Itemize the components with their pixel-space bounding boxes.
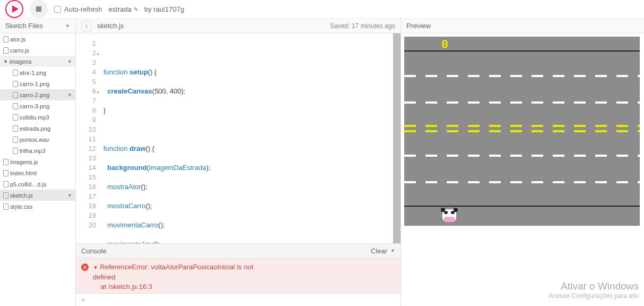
preview-header: Preview [401, 19, 644, 33]
file-icon [13, 137, 18, 143]
checkbox-icon [54, 6, 61, 13]
game-canvas: 0 [404, 37, 640, 226]
file-item-estrada-png[interactable]: estrada.png [0, 123, 75, 134]
file-item-colidiu-mp3[interactable]: colidiu.mp3 [0, 112, 75, 123]
file-item-trilha-mp3[interactable]: trilha.mp3 [0, 145, 75, 156]
error-icon: ✕ [81, 264, 89, 271]
chevron-down-icon: ▼ [67, 193, 72, 198]
pencil-icon: ✎ [134, 6, 138, 12]
project-name[interactable]: estrada ✎ [109, 5, 138, 13]
preview-title: Preview [406, 22, 431, 30]
windows-watermark: Ativar o Windows Acesse Configurações pa… [549, 280, 639, 300]
file-item-carro-1-png[interactable]: carro-1.png [0, 78, 75, 89]
file-item-p5-collid-d-js[interactable]: p5.collid…d.js [0, 178, 75, 190]
file-item-carro-js[interactable]: carro.js [0, 45, 75, 56]
file-icon [13, 92, 18, 98]
file-icon [13, 114, 18, 121]
file-icon [3, 203, 8, 210]
file-item-carro-3-png[interactable]: carro-3.png [0, 100, 75, 112]
file-item-sketch-js[interactable]: sketch.js▼ [0, 190, 75, 201]
score-display: 0 [441, 38, 448, 51]
file-icon [13, 103, 18, 109]
file-icon [13, 81, 18, 87]
code-lines: function setup() { createCanvas(500, 400… [99, 33, 393, 243]
folder-open-icon: ▼ [3, 59, 8, 64]
chevron-down-icon: ▼ [67, 59, 72, 64]
file-item-style-css[interactable]: style.css [0, 201, 75, 212]
preview-column: Preview 0 [401, 19, 644, 306]
file-icon [3, 192, 8, 199]
file-icon [3, 36, 8, 42]
console-clear-button[interactable]: Clear [371, 247, 387, 255]
file-icon [13, 148, 18, 154]
top-toolbar: Auto-refresh estrada ✎ by raul1707g [0, 0, 644, 19]
editor-scrollbar[interactable] [393, 33, 401, 243]
file-sidebar: Sketch Files ▼ ator.js carro.js▼ imagens… [0, 19, 76, 306]
file-item-imagens-js[interactable]: imagens.js [0, 156, 75, 167]
file-list: ator.js carro.js▼ imagens▼ ator-1.png ca… [0, 33, 75, 306]
auto-refresh-label: Auto-refresh [64, 5, 102, 13]
file-item-index-html[interactable]: index.html [0, 167, 75, 178]
file-item-carro-2-png[interactable]: carro-2.png▼ [0, 89, 75, 100]
console-header: Console Clear ▼ [76, 243, 401, 258]
console-prompt[interactable]: > [76, 293, 401, 306]
sidebar-header[interactable]: Sketch Files ▼ [0, 19, 75, 33]
console-body: ✕ ▼ ReferenceError: voltaAtorParaPosicao… [76, 258, 401, 293]
sidebar-title: Sketch Files [5, 22, 43, 30]
line-gutter: 12▼3456▼7891011121314151617181920 [76, 33, 99, 243]
saved-status: Saved: 17 minutes ago [330, 22, 395, 30]
file-icon [3, 181, 8, 188]
editor-column: ‹ sketch.js Saved: 17 minutes ago 12▼345… [76, 19, 401, 306]
file-item-imagens[interactable]: ▼ imagens▼ [0, 56, 75, 67]
play-button[interactable] [5, 0, 23, 18]
file-icon [3, 47, 8, 54]
stop-icon [36, 6, 41, 12]
chevron-down-icon: ▼ [67, 92, 72, 98]
file-icon [13, 70, 18, 76]
editor-header: ‹ sketch.js Saved: 17 minutes ago [76, 19, 401, 33]
chevron-down-icon: ▼ [65, 23, 70, 29]
chevron-down-icon[interactable]: ▼ [390, 248, 395, 253]
player-character [441, 209, 457, 224]
file-item-pontos-wav[interactable]: pontos.wav [0, 134, 75, 145]
file-icon [3, 170, 8, 176]
code-editor[interactable]: 12▼3456▼7891011121314151617181920 functi… [76, 33, 401, 243]
play-icon [12, 5, 19, 13]
auto-refresh-toggle[interactable]: Auto-refresh [54, 5, 102, 13]
file-icon [13, 125, 18, 132]
error-message: ▼ ReferenceError: voltaAtorParaPosicaoIn… [93, 262, 254, 289]
file-icon [3, 159, 8, 165]
stop-button[interactable] [30, 0, 48, 18]
preview-body: 0 Ativar o Window [401, 33, 644, 306]
file-item-ator-1-png[interactable]: ator-1.png [0, 67, 75, 78]
console-title: Console [81, 247, 107, 255]
editor-filename: sketch.js [97, 22, 124, 30]
author-link[interactable]: by raul1707g [144, 5, 184, 13]
file-item-ator-js[interactable]: ator.js [0, 33, 75, 45]
collapse-sidebar-button[interactable]: ‹ [81, 21, 92, 31]
